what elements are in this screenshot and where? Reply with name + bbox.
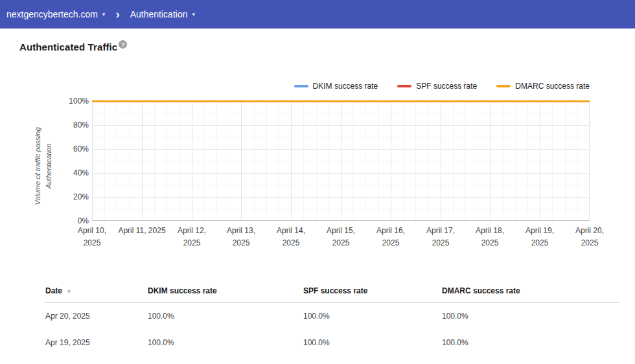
- chart-plot-area[interactable]: [92, 101, 590, 221]
- column-header-spf[interactable]: SPF success rate: [303, 286, 442, 295]
- x-tick-apr13: April 13, 2025: [214, 225, 268, 249]
- top-navigation-bar: nextgencybertech.com ▾ › Authentication …: [0, 0, 635, 28]
- dmarc-success-rate-line[interactable]: [92, 100, 590, 102]
- cell-spf: 100.0%: [303, 338, 442, 347]
- legend-label-dkim: DKIM success rate: [313, 82, 378, 91]
- section-selector-label: Authentication: [130, 9, 188, 19]
- breadcrumb-separator-icon: ›: [115, 8, 119, 20]
- legend-item-spf: SPF success rate: [397, 82, 477, 91]
- cell-spf: 100.0%: [303, 312, 442, 321]
- y-tick-80: 80%: [39, 120, 89, 130]
- dmarc-line-swatch-icon: [496, 85, 511, 87]
- x-tick-apr16: April 16, 2025: [364, 225, 418, 249]
- y-tick-20: 20%: [39, 192, 89, 201]
- page-title-row: Authenticated Traffic ?: [19, 41, 127, 52]
- table-header-row: Date▼ DKIM success rate SPF success rate…: [44, 283, 619, 302]
- cell-date: Apr 19, 2025: [44, 338, 148, 347]
- authentication-results-table: Date▼ DKIM success rate SPF success rate…: [44, 283, 619, 356]
- cell-dkim: 100.0%: [148, 312, 303, 321]
- spf-line-swatch-icon: [397, 85, 411, 87]
- chart-legend: DKIM success rate SPF success rate DMARC…: [294, 82, 590, 91]
- table-row[interactable]: Apr 19, 2025 100.0% 100.0% 100.0%: [44, 329, 619, 356]
- column-header-date[interactable]: Date▼: [44, 286, 148, 295]
- cell-dmarc: 100.0%: [442, 312, 619, 321]
- x-tick-apr20: April 20, 2025: [562, 225, 617, 249]
- chevron-down-icon: ▾: [102, 11, 106, 17]
- x-tick-apr19: April 19, 2025: [513, 225, 567, 249]
- x-tick-apr14: April 14, 2025: [264, 225, 318, 249]
- table-row[interactable]: Apr 20, 2025 100.0% 100.0% 100.0%: [44, 302, 619, 329]
- x-tick-apr11: April 11, 2025: [115, 225, 169, 237]
- legend-item-dmarc: DMARC success rate: [496, 82, 590, 91]
- y-tick-100: 100%: [39, 97, 89, 106]
- section-selector[interactable]: Authentication ▾: [130, 9, 195, 19]
- domain-selector-label: nextgencybertech.com: [6, 9, 98, 19]
- column-header-dmarc[interactable]: DMARC success rate: [442, 286, 619, 295]
- legend-label-dmarc: DMARC success rate: [515, 82, 590, 91]
- cell-date: Apr 20, 2025: [44, 312, 148, 321]
- help-icon[interactable]: ?: [119, 40, 127, 49]
- page-title: Authenticated Traffic: [19, 41, 117, 52]
- legend-item-dkim: DKIM success rate: [294, 82, 378, 91]
- dkim-line-swatch-icon: [294, 85, 308, 87]
- cell-dkim: 100.0%: [148, 338, 303, 347]
- y-tick-0: 0%: [39, 216, 89, 225]
- chevron-down-icon: ▾: [192, 11, 195, 17]
- x-tick-apr17: April 17, 2025: [413, 225, 468, 249]
- legend-label-spf: SPF success rate: [416, 82, 477, 91]
- cell-dmarc: 100.0%: [442, 338, 619, 347]
- y-tick-60: 60%: [39, 144, 89, 154]
- column-header-dkim[interactable]: DKIM success rate: [148, 286, 303, 295]
- x-tick-apr18: April 18, 2025: [463, 225, 517, 249]
- domain-selector[interactable]: nextgencybertech.com ▾: [6, 9, 105, 19]
- sort-descending-icon: ▼: [66, 288, 72, 295]
- x-tick-apr15: April 15, 2025: [314, 225, 368, 249]
- x-tick-apr10: April 10, 2025: [65, 225, 119, 249]
- y-tick-40: 40%: [39, 168, 89, 177]
- x-tick-apr12: April 12, 2025: [165, 225, 219, 249]
